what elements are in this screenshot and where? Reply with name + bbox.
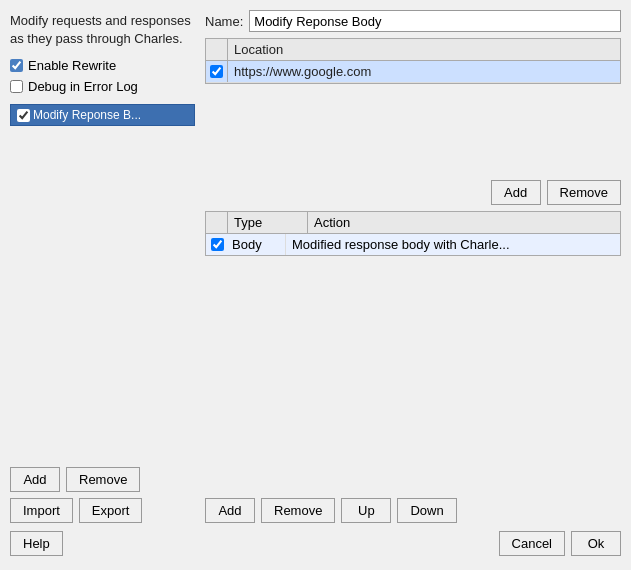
location-row[interactable]: https://www.google.com <box>206 61 620 83</box>
cancel-button[interactable]: Cancel <box>499 531 565 556</box>
location-header-checkbox-cell <box>206 39 228 60</box>
help-button[interactable]: Help <box>10 531 63 556</box>
name-row: Name: <box>205 10 621 32</box>
actions-action-header: Action <box>308 212 620 233</box>
action-down-button[interactable]: Down <box>397 498 456 523</box>
footer-right: Cancel Ok <box>69 531 621 556</box>
right-panel: Name: Location https://www.google.com <box>205 10 621 459</box>
enable-rewrite-row[interactable]: Enable Rewrite <box>10 58 195 73</box>
footer-row: Help Cancel Ok <box>10 531 621 560</box>
ok-button[interactable]: Ok <box>571 531 621 556</box>
name-label: Name: <box>205 14 243 29</box>
rule-item-checkbox[interactable] <box>17 109 30 122</box>
description-text: Modify requests and responses as they pa… <box>10 12 195 48</box>
enable-rewrite-checkbox[interactable] <box>10 59 23 72</box>
location-remove-button[interactable]: Remove <box>547 180 621 205</box>
location-row-checkbox-cell[interactable] <box>206 61 228 82</box>
action-up-button[interactable]: Up <box>341 498 391 523</box>
actions-row-checkbox-cell[interactable] <box>206 236 228 253</box>
add-rule-button[interactable]: Add <box>10 467 60 492</box>
actions-table-header: Type Action <box>206 212 620 234</box>
debug-error-log-row[interactable]: Debug in Error Log <box>10 79 195 94</box>
rule-item[interactable]: Modify Reponse B... <box>10 104 195 126</box>
bottom-right-panel: Add Remove Up Down <box>205 498 621 523</box>
actions-type-header: Type <box>228 212 308 233</box>
actions-action-cell: Modified response body with Charle... <box>286 234 620 255</box>
bottom-left-panel: Add Remove Import Export <box>10 467 195 523</box>
actions-header-checkbox-cell <box>206 212 228 233</box>
debug-error-log-checkbox[interactable] <box>10 80 23 93</box>
location-header-cell: Location <box>228 39 620 60</box>
location-add-remove-row: Add Remove <box>205 180 621 205</box>
import-button[interactable]: Import <box>10 498 73 523</box>
left-panel: Modify requests and responses as they pa… <box>10 10 195 459</box>
export-button[interactable]: Export <box>79 498 143 523</box>
actions-table-container: Type Action Body Modified response body … <box>205 211 621 256</box>
actions-row[interactable]: Body Modified response body with Charle.… <box>206 234 620 255</box>
bottom-section: Add Remove Import Export Add Remove Up D… <box>10 467 621 523</box>
remove-rule-button[interactable]: Remove <box>66 467 140 492</box>
action-add-button[interactable]: Add <box>205 498 255 523</box>
actions-type-cell: Body <box>228 234 286 255</box>
main-container: Modify requests and responses as they pa… <box>0 0 631 570</box>
location-table-header: Location <box>206 39 620 61</box>
location-row-checkbox[interactable] <box>210 65 223 78</box>
action-remove-button[interactable]: Remove <box>261 498 335 523</box>
location-row-value: https://www.google.com <box>228 61 620 82</box>
add-remove-row: Add Remove <box>10 467 195 492</box>
location-table: Location https://www.google.com <box>205 38 621 84</box>
name-input[interactable] <box>249 10 621 32</box>
debug-error-log-label: Debug in Error Log <box>28 79 138 94</box>
actions-row-checkbox[interactable] <box>211 238 224 251</box>
rule-item-label: Modify Reponse B... <box>33 108 141 122</box>
import-export-row: Import Export <box>10 498 195 523</box>
location-add-button[interactable]: Add <box>491 180 541 205</box>
top-section: Modify requests and responses as they pa… <box>10 10 621 459</box>
enable-rewrite-label: Enable Rewrite <box>28 58 116 73</box>
action-buttons-row: Add Remove Up Down <box>205 498 621 523</box>
